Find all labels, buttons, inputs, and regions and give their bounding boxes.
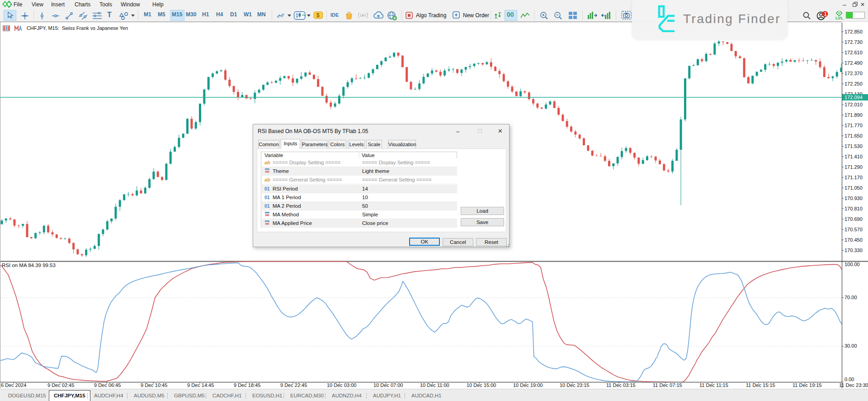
svg-text:172.490: 172.490 (844, 60, 863, 66)
svg-text:9 Dec 02:45: 9 Dec 02:45 (47, 382, 74, 388)
svg-text:172.730: 172.730 (844, 39, 863, 45)
svg-text:172.370: 172.370 (844, 71, 863, 76)
svg-text:170.330: 170.330 (844, 248, 863, 253)
svg-text:11 Dec 03:15: 11 Dec 03:15 (606, 382, 636, 388)
svg-text:70.00: 70.00 (844, 295, 857, 300)
svg-text:9 Dec 18:45: 9 Dec 18:45 (234, 382, 260, 388)
svg-text:171.770: 171.770 (844, 123, 863, 128)
svg-text:171.650: 171.650 (844, 133, 863, 138)
svg-text:1: 1 (824, 12, 827, 17)
svg-text:11 Dec 23:30: 11 Dec 23:30 (839, 382, 868, 388)
svg-text:171.890: 171.890 (844, 112, 863, 118)
svg-text:10 Dec 11:00: 10 Dec 11:00 (420, 382, 449, 388)
svg-text:171.410: 171.410 (844, 154, 863, 159)
svg-text:172.850: 172.850 (844, 29, 863, 34)
svg-text:10 Dec 23:15: 10 Dec 23:15 (560, 382, 589, 388)
svg-text:11 Dec 15:15: 11 Dec 15:15 (746, 382, 775, 388)
svg-text:172.094: 172.094 (844, 95, 863, 100)
svg-text:10 Dec 07:00: 10 Dec 07:00 (373, 382, 403, 388)
svg-text:170.810: 170.810 (844, 206, 863, 211)
svg-text:170.690: 170.690 (844, 216, 863, 222)
svg-text:9 Dec 22:45: 9 Dec 22:45 (280, 382, 307, 388)
svg-text:10 Dec 19:00: 10 Dec 19:00 (513, 382, 542, 388)
svg-text:9 Dec 06:45: 9 Dec 06:45 (94, 382, 121, 388)
svg-text:171.170: 171.170 (844, 175, 863, 180)
svg-text:11 Dec 07:15: 11 Dec 07:15 (653, 382, 682, 388)
svg-text:172.610: 172.610 (844, 50, 863, 55)
svg-text:170.450: 170.450 (844, 237, 863, 243)
svg-text:171.290: 171.290 (844, 164, 863, 170)
svg-text:9 Dec 10:45: 9 Dec 10:45 (141, 382, 167, 388)
svg-text:RSI on MA 84.39 99.53: RSI on MA 84.39 99.53 (2, 263, 56, 268)
svg-text:0.00: 0.00 (844, 377, 854, 382)
svg-text:11 Dec 19:15: 11 Dec 19:15 (793, 382, 822, 388)
svg-text:172.010: 172.010 (844, 102, 863, 107)
svg-text:LVL: LVL (835, 15, 843, 20)
svg-text:30.00: 30.00 (844, 343, 857, 348)
svg-text:9 Dec 14:45: 9 Dec 14:45 (187, 382, 214, 388)
svg-text:170.570: 170.570 (844, 227, 863, 232)
svg-text:172.250: 172.250 (844, 81, 863, 86)
svg-text:100.00: 100.00 (844, 262, 860, 267)
svg-text:11 Dec 11:15: 11 Dec 11:15 (699, 382, 728, 388)
svg-text:170.930: 170.930 (844, 196, 863, 201)
svg-text:10 Dec 15:00: 10 Dec 15:00 (467, 382, 496, 388)
svg-text:$: $ (316, 12, 320, 19)
svg-text:10 Dec 03:00: 10 Dec 03:00 (327, 382, 356, 388)
svg-text:171.050: 171.050 (844, 185, 863, 191)
svg-text:171.530: 171.530 (844, 143, 863, 149)
